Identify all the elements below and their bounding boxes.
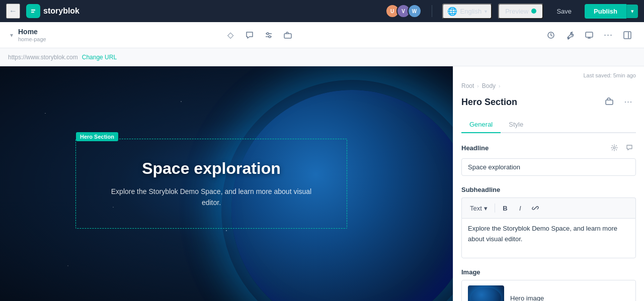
url-bar: https://www.storyblok.com Change URL bbox=[0, 48, 644, 66]
nav-divider bbox=[432, 5, 432, 17]
avatars-group: U V W bbox=[385, 4, 422, 18]
tab-general[interactable]: General bbox=[461, 117, 501, 133]
last-saved-text: Last saved: 5min ago bbox=[461, 72, 636, 82]
svg-line-14 bbox=[534, 207, 536, 209]
italic-button[interactable]: I bbox=[513, 201, 527, 215]
history-icon[interactable] bbox=[542, 27, 559, 44]
image-thumb-inner bbox=[471, 287, 501, 301]
subheadline-label: Subheadline bbox=[461, 186, 500, 193]
headline-comment-icon[interactable] bbox=[623, 141, 636, 154]
app-name: storyblok bbox=[43, 7, 79, 16]
toolbar-icons: ◇ bbox=[222, 27, 296, 44]
main-content: Hero Section Space exploration Explore t… bbox=[0, 66, 644, 301]
breadcrumb-root[interactable]: Root bbox=[461, 82, 474, 89]
desktop-icon[interactable] bbox=[581, 27, 598, 44]
language-label: English bbox=[460, 8, 482, 15]
url-text: https://www.storyblok.com bbox=[8, 54, 78, 61]
component-title-row: Hero Section ··· bbox=[461, 94, 636, 110]
image-preview-row[interactable]: Hero image bbox=[461, 280, 636, 301]
right-toolbar: ··· bbox=[542, 27, 636, 44]
headline-field-group: Headline bbox=[461, 141, 636, 176]
text-type-label: Text bbox=[470, 205, 482, 212]
rich-text-toolbar: Text ▾ B I bbox=[461, 197, 636, 218]
svg-point-13 bbox=[613, 147, 615, 149]
component-block-icon[interactable] bbox=[602, 94, 617, 110]
publish-group: Publish ▾ bbox=[585, 4, 638, 19]
svg-rect-12 bbox=[606, 100, 613, 105]
right-panel: Last saved: 5min ago Root › Body › Hero … bbox=[453, 66, 644, 301]
image-thumbnail bbox=[468, 285, 504, 301]
headline-label-row: Headline bbox=[461, 141, 636, 154]
preview-label: Preview bbox=[505, 8, 528, 15]
headline-label: Headline bbox=[461, 144, 489, 152]
publish-button[interactable]: Publish bbox=[585, 4, 626, 19]
change-url-button[interactable]: Change URL bbox=[82, 54, 117, 61]
image-label-row: Image bbox=[461, 268, 636, 276]
language-selector[interactable]: 🌐 English ▾ bbox=[442, 4, 493, 19]
subheadline-label-row: Subheadline bbox=[461, 186, 636, 193]
text-type-button[interactable]: Text ▾ bbox=[466, 203, 492, 214]
story-name: Home bbox=[18, 28, 46, 36]
hero-subheadline: Explore the Storyblok Demo Space, and le… bbox=[106, 186, 316, 209]
more-options-icon[interactable]: ··· bbox=[600, 27, 617, 44]
component-more-icon[interactable]: ··· bbox=[621, 94, 636, 110]
text-type-chevron: ▾ bbox=[484, 205, 488, 212]
link-button[interactable] bbox=[528, 201, 542, 215]
app-logo: storyblok bbox=[26, 4, 79, 18]
second-bar: ▾ Home home-page ◇ ··· bbox=[0, 22, 644, 48]
right-panel-body: Headline Subheadline bbox=[453, 133, 644, 301]
hero-section-label: Hero Section bbox=[76, 132, 118, 141]
space-background: Hero Section Space exploration Explore t… bbox=[0, 66, 453, 301]
tab-style[interactable]: Style bbox=[501, 117, 531, 133]
hero-headline: Space exploration bbox=[106, 159, 316, 178]
rt-divider bbox=[495, 204, 495, 213]
globe-icon: 🌐 bbox=[447, 7, 457, 16]
svg-point-3 bbox=[267, 33, 269, 35]
headline-settings-icon[interactable] bbox=[608, 141, 621, 154]
subheadline-field-group: Subheadline Text ▾ B I Explore the Story… bbox=[461, 186, 636, 258]
preview-button[interactable]: Preview bbox=[498, 4, 543, 19]
tabs-row: General Style bbox=[461, 117, 636, 133]
svg-rect-7 bbox=[586, 32, 593, 37]
avatar: W bbox=[408, 4, 422, 18]
collapse-icon[interactable]: ▾ bbox=[8, 30, 15, 41]
image-filename-label: Hero image bbox=[510, 294, 544, 302]
back-button[interactable]: ← bbox=[6, 4, 20, 19]
diamond-icon[interactable]: ◇ bbox=[222, 27, 239, 44]
breadcrumb-separator-2: › bbox=[499, 83, 500, 89]
wrench-icon[interactable] bbox=[561, 27, 579, 44]
chevron-down-icon: ▾ bbox=[485, 9, 487, 14]
comment-icon[interactable] bbox=[241, 27, 258, 44]
image-field-group: Image Hero image bbox=[461, 268, 636, 301]
headline-field-icons bbox=[608, 141, 636, 154]
subheadline-rich-text[interactable]: Explore the Storyblok Demo Space, and le… bbox=[461, 218, 636, 258]
svg-rect-5 bbox=[284, 34, 291, 38]
svg-rect-10 bbox=[624, 32, 631, 39]
component-title: Hero Section bbox=[461, 97, 598, 108]
top-nav: ← storyblok U V W 🌐 English ▾ Preview Sa… bbox=[0, 0, 644, 22]
sliders-icon[interactable] bbox=[260, 27, 277, 44]
save-button[interactable]: Save bbox=[549, 5, 579, 18]
svg-point-4 bbox=[269, 36, 271, 38]
breadcrumb-body[interactable]: Body bbox=[482, 82, 496, 89]
hero-section-box[interactable]: Hero Section Space exploration Explore t… bbox=[75, 139, 347, 229]
breadcrumb-separator: › bbox=[477, 83, 478, 89]
logo-icon bbox=[26, 4, 40, 18]
story-slug: home-page bbox=[18, 36, 46, 42]
briefcase-icon[interactable] bbox=[279, 27, 296, 44]
panel-toggle-icon[interactable] bbox=[619, 27, 636, 44]
publish-dropdown-button[interactable]: ▾ bbox=[626, 5, 638, 18]
breadcrumb: Root › Body › bbox=[461, 82, 636, 89]
right-panel-header: Last saved: 5min ago Root › Body › Hero … bbox=[453, 66, 644, 133]
headline-input[interactable] bbox=[461, 158, 636, 176]
preview-panel: Hero Section Space exploration Explore t… bbox=[0, 66, 453, 301]
story-title-group: ▾ Home home-page bbox=[8, 28, 99, 42]
image-label: Image bbox=[461, 268, 480, 276]
bold-button[interactable]: B bbox=[498, 201, 512, 215]
preview-status-dot bbox=[531, 9, 536, 14]
svg-rect-0 bbox=[29, 7, 37, 15]
